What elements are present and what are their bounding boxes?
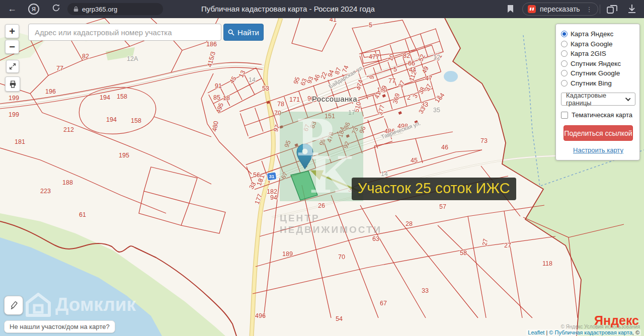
layer-option[interactable]: Спутник Яндекс [561, 59, 635, 69]
svg-text:70: 70 [338, 254, 345, 261]
side-panel-icon[interactable] [606, 4, 618, 15]
refresh-icon [52, 4, 60, 12]
yandex-browser-icon[interactable]: Я [28, 4, 39, 15]
svg-text:66: 66 [408, 60, 415, 67]
svg-text:61: 61 [79, 211, 86, 218]
browser-toolbar: ← Я egrp365.org Публичная кадастровая ка… [0, 0, 644, 18]
edit-hint-tooltip: Не нашли участок/дом на карте? [4, 320, 115, 333]
pencil-icon [9, 301, 19, 310]
cadastral-map-svg[interactable]: 1868277196199194158199194158212181195188… [0, 18, 644, 336]
svg-text:33: 33 [422, 287, 429, 294]
fullscreen-icon [9, 62, 17, 70]
svg-text:41: 41 [330, 18, 337, 23]
svg-text:82: 82 [82, 53, 89, 60]
svg-text:53: 53 [262, 85, 269, 92]
search-bar: Найти [28, 24, 264, 41]
svg-text:212: 212 [63, 126, 74, 133]
layer-option-label: Спутник Google [571, 69, 620, 77]
svg-text:35: 35 [433, 107, 440, 114]
svg-text:189: 189 [282, 250, 293, 258]
svg-text:67: 67 [380, 300, 387, 307]
layer-option[interactable]: Карта 2GIS [561, 49, 635, 59]
svg-text:45: 45 [411, 157, 418, 164]
radio-icon[interactable] [561, 80, 568, 87]
page-title: Публичная кадастровая карта - Россия 202… [201, 5, 375, 13]
svg-text:188: 188 [62, 179, 73, 186]
svg-text:85: 85 [213, 94, 220, 101]
thematic-map-checkbox-row[interactable]: Тематическая карта [561, 111, 635, 119]
download-icon[interactable] [627, 4, 637, 15]
svg-text:18: 18 [223, 95, 230, 102]
svg-text:27: 27 [481, 238, 489, 246]
layer-option-label: Карта 2GIS [571, 50, 606, 57]
radio-icon[interactable] [561, 41, 568, 47]
print-button[interactable] [5, 76, 20, 92]
svg-text:27: 27 [504, 242, 511, 249]
radio-icon[interactable] [561, 50, 568, 57]
svg-text:151: 151 [325, 113, 335, 120]
printer-icon [9, 80, 17, 89]
back-button[interactable]: ← [6, 4, 18, 14]
svg-text:70: 70 [274, 110, 281, 117]
svg-text:181: 181 [15, 138, 25, 145]
svg-text:17: 17 [348, 109, 355, 116]
svg-text:57: 57 [439, 203, 446, 210]
address-bar[interactable]: egrp365.org [67, 3, 163, 15]
svg-text:73: 73 [480, 137, 488, 144]
layer-option[interactable]: Спутник Google [561, 68, 635, 78]
ppk-link[interactable]: © Публичная кадастровая карта [549, 329, 632, 335]
svg-text:14: 14 [381, 171, 388, 178]
svg-text:54: 54 [336, 315, 343, 322]
layer-option-label: Спутник Bing [571, 79, 612, 87]
boundaries-select[interactable]: Кадастровые границы [561, 93, 635, 106]
checkbox-icon[interactable] [561, 112, 568, 119]
leaflet-link[interactable]: Leaflet [528, 329, 544, 335]
svg-text:5: 5 [393, 66, 397, 73]
svg-text:78: 78 [277, 101, 284, 108]
svg-text:199: 199 [9, 111, 19, 118]
svg-text:186: 186 [206, 41, 217, 48]
radio-icon[interactable] [561, 70, 568, 76]
search-input[interactable] [28, 24, 221, 41]
retell-button[interactable]: пересказать ⋮ [522, 3, 598, 16]
share-link-button[interactable]: Поделиться ссылкой [564, 125, 633, 141]
svg-text:46: 46 [441, 144, 448, 151]
svg-text:63: 63 [372, 235, 379, 242]
url-text: egrp365.org [82, 6, 117, 13]
bookmark-icon[interactable] [507, 5, 514, 13]
svg-text:47: 47 [425, 75, 432, 82]
page: 1868277196199194158199194158212181195188… [0, 0, 644, 336]
svg-text:199: 199 [9, 95, 19, 102]
alice-quotes-icon [528, 5, 536, 13]
edit-button[interactable] [4, 296, 23, 315]
map-attribution: Leaflet | © Публичная кадастровая карта,… [526, 329, 641, 335]
layer-option-label: Карта Google [571, 40, 612, 48]
svg-text:26: 26 [318, 202, 325, 209]
yandex-logo[interactable]: Яндекс [594, 313, 639, 328]
zoom-out-button[interactable]: − [5, 40, 19, 54]
configure-map-link[interactable]: Настроить карту [561, 146, 635, 154]
refresh-button[interactable] [50, 4, 62, 15]
svg-text:31: 31 [269, 174, 275, 179]
radio-icon[interactable] [561, 60, 568, 67]
search-button[interactable]: Найти [223, 24, 264, 41]
svg-text:5: 5 [369, 22, 372, 29]
settlement-label: Россошанка [312, 95, 357, 103]
toolbar-separator [600, 5, 600, 14]
svg-text:194: 194 [100, 94, 110, 101]
svg-text:194: 194 [106, 116, 117, 123]
svg-text:496: 496 [255, 312, 266, 319]
retell-menu-dots[interactable]: ⋮ [584, 6, 593, 13]
svg-text:158: 158 [117, 93, 127, 100]
layer-option[interactable]: Карта Яндекс [561, 29, 635, 39]
zoom-in-button[interactable]: + [5, 24, 19, 38]
route-shield: 31 [267, 172, 277, 181]
radio-checked-icon[interactable] [561, 31, 568, 37]
svg-text:158: 158 [131, 117, 141, 124]
fullscreen-button[interactable] [6, 60, 19, 73]
layer-option[interactable]: Спутник Bing [561, 78, 635, 89]
svg-text:477: 477 [369, 53, 379, 60]
layer-option[interactable]: Карта Google [561, 39, 635, 49]
map-canvas[interactable]: 1868277196199194158199194158212181195188… [0, 18, 644, 336]
lock-icon [73, 6, 78, 12]
